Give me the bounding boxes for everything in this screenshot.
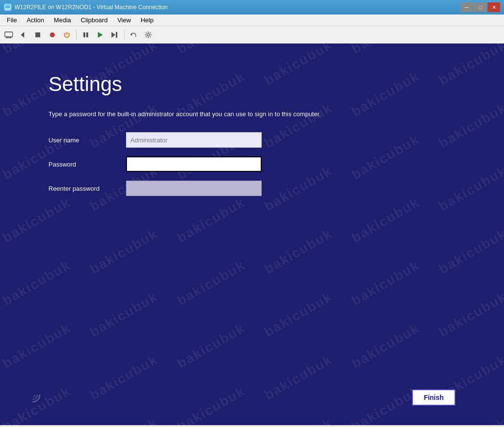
watermark-text: bakicubuk	[262, 289, 335, 340]
svg-rect-4	[5, 32, 13, 37]
svg-rect-0	[5, 5, 11, 9]
toolbar-separator-2	[124, 30, 125, 40]
watermark-text: bakicubuk	[349, 44, 423, 57]
svg-rect-15	[116, 32, 117, 38]
svg-rect-12	[86, 32, 88, 37]
watermark-text: bakicubuk	[262, 415, 335, 425]
reenter-password-row: Reenter password	[48, 181, 456, 196]
svg-marker-14	[111, 32, 115, 38]
svg-marker-8	[21, 32, 24, 38]
svg-rect-9	[35, 32, 40, 37]
toolbar-stop-button[interactable]	[31, 28, 45, 42]
vm-display-area: // Generate watermark positions document…	[0, 44, 504, 425]
title-bar: W12R2FILE on W12R2NOD1 - Virtual Machine…	[0, 0, 504, 15]
watermark-text: bakicubuk	[349, 320, 423, 372]
menu-item-help[interactable]: Help	[136, 15, 158, 25]
settings-title: Settings	[48, 73, 456, 96]
watermark-text: bakicubuk	[87, 415, 161, 425]
watermark-text: bakicubuk	[436, 289, 504, 340]
watermark-text: bakicubuk	[174, 258, 248, 309]
watermark-text: bakicubuk	[87, 289, 161, 340]
finish-button[interactable]: Finish	[412, 389, 456, 406]
svg-rect-11	[83, 32, 85, 37]
settings-panel: Settings Type a password for the built-i…	[48, 73, 456, 205]
maximize-button[interactable]: □	[474, 2, 487, 12]
menu-item-view[interactable]: View	[112, 15, 136, 25]
toolbar-record-button[interactable]	[46, 28, 59, 42]
watermark-text: bakicubuk	[87, 226, 161, 277]
menu-item-media[interactable]: Media	[49, 15, 76, 25]
svg-point-19	[31, 393, 35, 397]
watermark-text: bakicubuk	[262, 352, 335, 403]
vm-icon	[4, 3, 12, 11]
windows-spinner-icon	[24, 386, 44, 406]
toolbar-skip-button[interactable]	[108, 28, 122, 42]
svg-point-16	[147, 33, 150, 36]
svg-point-10	[50, 32, 55, 37]
username-label: User name	[48, 137, 126, 144]
password-row: Password	[48, 156, 456, 172]
minimize-button[interactable]: ─	[460, 2, 473, 12]
toolbar-vm-icon[interactable]	[2, 28, 16, 42]
watermark-text: bakicubuk	[349, 258, 423, 309]
status-bar: Status: Running	[0, 425, 504, 427]
title-bar-left: W12R2FILE on W12R2NOD1 - Virtual Machine…	[4, 3, 168, 11]
toolbar-settings-button[interactable]	[142, 28, 155, 42]
watermark-text: bakicubuk	[349, 383, 423, 425]
watermark-text: bakicubuk	[174, 44, 248, 57]
close-button[interactable]: ✕	[488, 2, 500, 12]
watermark-text: bakicubuk	[262, 226, 335, 277]
title-bar-controls: ─ □ ✕	[460, 2, 500, 12]
watermark-text: bakicubuk	[0, 44, 74, 57]
toolbar-pause-button[interactable]	[79, 28, 93, 42]
username-row: User name	[48, 132, 456, 148]
toolbar-separator	[76, 30, 77, 40]
svg-point-18	[29, 391, 37, 399]
watermark-text: bakicubuk	[87, 352, 161, 403]
reenter-password-label: Reenter password	[48, 185, 126, 192]
watermark-text: bakicubuk	[436, 415, 504, 425]
menu-item-action[interactable]: Action	[22, 15, 49, 25]
toolbar-undo-button[interactable]	[127, 28, 141, 42]
watermark-text: bakicubuk	[0, 320, 74, 372]
password-input[interactable]	[126, 156, 262, 172]
toolbar	[0, 26, 504, 44]
menu-item-clipboard[interactable]: Clipboard	[76, 15, 113, 25]
window-title: W12R2FILE on W12R2NOD1 - Virtual Machine…	[15, 4, 168, 11]
watermark-text: bakicubuk	[436, 226, 504, 277]
toolbar-play-button[interactable]	[94, 28, 107, 42]
settings-description: Type a password for the built-in adminis…	[48, 110, 388, 118]
username-input[interactable]	[126, 132, 262, 148]
toolbar-power-button[interactable]	[60, 28, 74, 42]
menu-item-file[interactable]: File	[2, 15, 22, 25]
watermark-text: bakicubuk	[174, 320, 248, 372]
reenter-password-input[interactable]	[126, 181, 262, 196]
svg-marker-13	[98, 32, 103, 38]
watermark-text: bakicubuk	[174, 383, 248, 425]
password-label: Password	[48, 161, 126, 168]
watermark-text: bakicubuk	[0, 258, 74, 309]
menu-bar: File Action Media Clipboard View Help	[0, 15, 504, 26]
toolbar-back-button[interactable]	[16, 28, 30, 42]
